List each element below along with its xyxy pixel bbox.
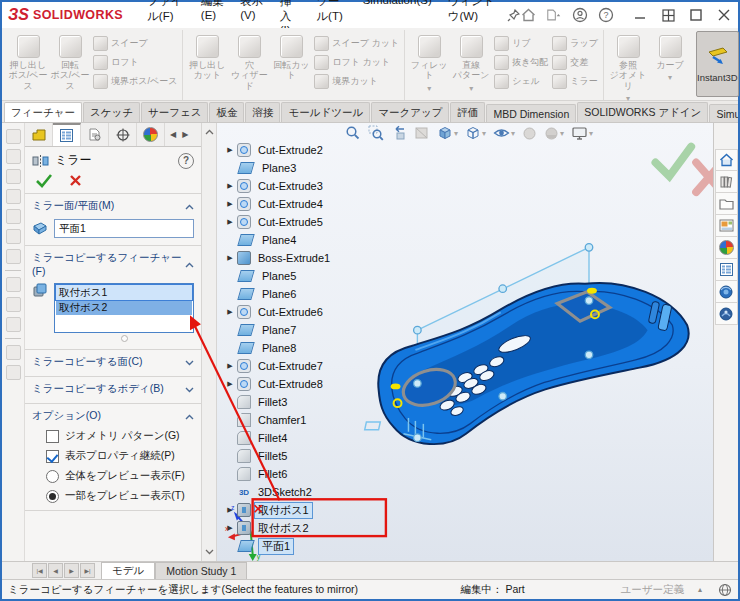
tab-feature-manager[interactable]: [25, 123, 53, 146]
section-header[interactable]: ミラーコピーするフィーチャー(F): [32, 251, 194, 277]
command-tab[interactable]: Simulation: [709, 104, 738, 122]
radio-button[interactable]: [46, 490, 59, 503]
home-tab-icon[interactable]: [715, 149, 738, 171]
tree-item[interactable]: Plane6: [223, 285, 333, 303]
mirror-plane-input[interactable]: 平面1: [54, 219, 194, 238]
expand-arrow-icon[interactable]: ▶: [223, 506, 237, 514]
apply-scene-icon[interactable]: ▾: [544, 126, 564, 141]
copy-tool-icon[interactable]: [6, 345, 21, 360]
ribbon-big-button[interactable]: 回転 ボス/ベース: [49, 31, 91, 91]
pm-help-icon[interactable]: ?: [178, 153, 194, 169]
globe-icon[interactable]: [718, 583, 732, 597]
tree-item-label[interactable]: Cut-Extrude8: [255, 378, 326, 390]
tree-item[interactable]: ▶ Cut-Extrude6: [223, 303, 333, 321]
section-header[interactable]: ミラー面/平面(M): [32, 199, 194, 213]
tree-item[interactable]: Plane5: [223, 267, 333, 285]
tree-item-label[interactable]: 取付ボス1: [255, 503, 312, 518]
command-tab[interactable]: SOLIDWORKS アドイン: [577, 102, 708, 122]
sketch-tool-icon[interactable]: [6, 317, 21, 332]
scroll-left-icon[interactable]: ◀: [170, 130, 176, 139]
command-tab[interactable]: MBD Dimension: [486, 104, 576, 122]
ribbon-big-button[interactable]: カーブ▾: [649, 31, 691, 103]
ribbon-small-button[interactable]: ロフト カット: [314, 54, 399, 71]
expand-chevron-icon[interactable]: [185, 383, 194, 395]
confirm-cancel-icon[interactable]: [696, 162, 713, 192]
expand-arrow-icon[interactable]: ▶: [223, 182, 237, 190]
tree-item[interactable]: ▶ Cut-Extrude5: [223, 213, 333, 231]
tree-item[interactable]: 平面1: [223, 537, 333, 555]
tab-property-manager[interactable]: [53, 123, 81, 146]
ribbon-big-button[interactable]: フィレット▾: [408, 31, 450, 93]
view-cube-icon[interactable]: [6, 209, 21, 224]
view-orientation-icon[interactable]: ▾: [437, 125, 458, 141]
ribbon-small-button[interactable]: ラップ: [552, 35, 598, 52]
ribbon-small-button[interactable]: 境界ボス/ベース: [93, 73, 177, 90]
view-cube-icon[interactable]: [6, 149, 21, 164]
status-expand-icon[interactable]: ▴: [698, 585, 702, 594]
tree-item-label[interactable]: Plane4: [259, 234, 299, 246]
command-tab[interactable]: 溶接: [245, 102, 280, 122]
view-cube-icon[interactable]: [6, 249, 21, 264]
tree-item[interactable]: Fillet4: [223, 429, 333, 447]
tree-item[interactable]: Chamfer1: [223, 411, 333, 429]
prev-tab-icon[interactable]: ◀: [48, 563, 63, 578]
copy-tool-icon[interactable]: [6, 365, 21, 380]
tree-item[interactable]: ▶ 取付ボス2: [223, 519, 333, 537]
solidworks-resources-icon[interactable]: [715, 303, 738, 325]
tree-item-label[interactable]: Boss-Extrude1: [255, 252, 333, 264]
tab-configuration-manager[interactable]: [81, 123, 109, 146]
ribbon-big-button[interactable]: 穴 ウィザード: [228, 31, 270, 91]
first-tab-icon[interactable]: |◀: [32, 563, 47, 578]
pin-icon[interactable]: [507, 7, 520, 23]
view-palette-icon[interactable]: [715, 215, 738, 237]
design-library-icon[interactable]: [715, 171, 738, 193]
tree-item-label[interactable]: Cut-Extrude4: [255, 198, 326, 210]
tree-item[interactable]: ▶ Boss-Extrude1: [223, 249, 333, 267]
study-tab[interactable]: Motion Study 1: [155, 562, 247, 579]
tree-item[interactable]: Fillet5: [223, 447, 333, 465]
ribbon-big-button[interactable]: 押し出し ボス/ベース: [7, 31, 49, 91]
option-radio-row[interactable]: 全体をプレビュー表示(F): [46, 469, 194, 483]
ribbon-big-button[interactable]: 回転カット: [270, 31, 312, 91]
graphics-area[interactable]: ▾ ▾ ▾ ▾ ▾ ▶ Cut-Extrude2: [217, 123, 713, 561]
ribbon-big-button[interactable]: 直線 パターン▾: [450, 31, 492, 93]
expand-arrow-icon[interactable]: ▶: [223, 218, 237, 226]
sketch-tool-icon[interactable]: [6, 297, 21, 312]
scroll-right-icon[interactable]: ▶: [182, 130, 188, 139]
view-cube-icon[interactable]: [6, 169, 21, 184]
tree-item-label[interactable]: Fillet6: [255, 468, 290, 480]
section-header[interactable]: オプション(O): [32, 409, 194, 423]
ribbon-big-button[interactable]: 押し出し カット: [186, 31, 228, 91]
home-icon[interactable]: [520, 7, 536, 23]
solidworks-forum-icon[interactable]: [715, 281, 738, 303]
expand-arrow-icon[interactable]: ▶: [223, 146, 237, 154]
edit-appearance-icon[interactable]: [522, 126, 537, 141]
zoom-fit-icon[interactable]: [345, 125, 361, 141]
model-body[interactable]: [365, 283, 689, 444]
features-to-mirror-list[interactable]: 取付ボス1取付ボス2: [54, 283, 194, 333]
section-view-icon[interactable]: [414, 125, 430, 141]
tree-item-label[interactable]: 3DSketch2: [255, 486, 315, 498]
checkbox[interactable]: [46, 450, 59, 463]
feature-list-item[interactable]: 取付ボス2: [56, 300, 192, 315]
ribbon-small-button[interactable]: シェル: [494, 73, 548, 90]
command-tab[interactable]: モールドツール: [281, 102, 370, 122]
appearances-icon[interactable]: [715, 237, 738, 259]
feature-list-item[interactable]: 取付ボス1: [56, 285, 192, 300]
hide-show-items-icon[interactable]: ▾: [493, 125, 515, 141]
cancel-button[interactable]: [69, 174, 82, 187]
tree-item-label[interactable]: Fillet4: [255, 432, 290, 444]
tree-item-label[interactable]: Cut-Extrude7: [255, 360, 326, 372]
expand-arrow-icon[interactable]: ▶: [223, 524, 237, 532]
ribbon-small-button[interactable]: スイープ カット: [314, 35, 399, 52]
tree-item[interactable]: ▶ Cut-Extrude3: [223, 177, 333, 195]
ribbon-small-button[interactable]: リブ: [494, 35, 548, 52]
tree-item[interactable]: Fillet6: [223, 465, 333, 483]
sketch-tool-icon[interactable]: [6, 277, 21, 292]
option-checkbox-row[interactable]: ジオメトリ パターン(G): [46, 429, 194, 443]
previous-view-icon[interactable]: [391, 125, 407, 141]
expand-arrow-icon[interactable]: ▶: [223, 362, 237, 370]
expand-arrow-icon[interactable]: ▶: [223, 200, 237, 208]
tree-item[interactable]: Plane8: [223, 339, 333, 357]
tree-item[interactable]: ▶ 取付ボス1: [223, 501, 333, 519]
